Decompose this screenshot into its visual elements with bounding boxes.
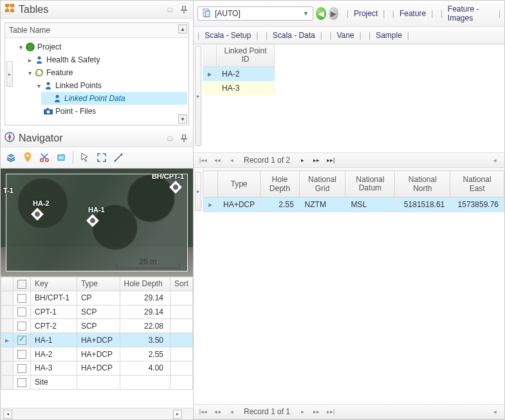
marker-tool[interactable] <box>20 150 35 165</box>
row-checkbox[interactable] <box>17 336 26 345</box>
detail-grid-collapse[interactable]: ▸ <box>195 172 201 211</box>
extent-tool[interactable] <box>94 150 109 165</box>
tree-node-feature[interactable]: ▾ Feature <box>23 66 187 79</box>
tree-node-label: Point - Files <box>55 107 96 116</box>
col-key[interactable]: Key <box>31 277 77 291</box>
tree-collapse-handle[interactable]: ▸ <box>6 61 13 87</box>
detail-row[interactable]: ▸ HA+DCP 2.55 NZTM MSL 5181518.61 157385… <box>203 197 504 212</box>
svg-rect-1 <box>10 4 14 7</box>
tab-vane[interactable]: Vane <box>334 30 356 41</box>
recnav-last[interactable]: ▸▸| <box>325 406 336 417</box>
nav-forward-button[interactable]: ▶ <box>329 7 339 20</box>
navigator-hscroll[interactable]: ◂ ▸ <box>1 408 193 419</box>
document-icon <box>202 8 211 19</box>
map-marker-ha1[interactable]: HA-1 <box>88 206 105 226</box>
tree-node-linked-points[interactable]: ▾ Linked Points <box>32 79 187 92</box>
recnav-hscroll-left[interactable]: ◂ <box>489 155 500 165</box>
nav-row[interactable]: BH/CPT-1CP29.14 <box>1 291 193 305</box>
recnav-nextpage[interactable]: ▸▸ <box>311 155 322 165</box>
polygon-tool[interactable] <box>53 150 69 165</box>
nav-row[interactable]: Site <box>1 375 193 389</box>
tab-scala-data[interactable]: Scala - Data <box>270 30 318 41</box>
nav-row[interactable]: HA-3HA+DCP4.00 <box>1 361 193 375</box>
recnav-nextpage[interactable]: ▸▸ <box>311 406 322 417</box>
navigator-table[interactable]: Key Type Hole Depth Sort BH/CPT-1CP29.14… <box>1 277 193 390</box>
linked-row[interactable]: HA-3 <box>203 81 275 95</box>
hscroll-right[interactable]: ▸ <box>173 410 182 419</box>
tree-node-project[interactable]: ▾ Project <box>14 41 187 53</box>
svg-point-10 <box>47 82 50 86</box>
panel-maximize-button[interactable]: □ <box>165 133 175 143</box>
row-checkbox[interactable] <box>17 364 26 373</box>
recnav-prevpage[interactable]: ◂◂ <box>212 406 223 417</box>
svg-point-11 <box>56 95 59 98</box>
nav-row[interactable]: ▸HA-1HA+DCP3.50 <box>1 333 193 347</box>
panel-pin-button[interactable] <box>179 5 189 15</box>
tables-panel-title: Tables <box>19 4 161 15</box>
tree-node-point-files[interactable]: ▾ Point - Files <box>32 105 187 118</box>
panel-maximize-button[interactable]: □ <box>165 5 175 15</box>
dcol-type[interactable]: Type <box>218 171 261 197</box>
tree-scroll-up[interactable]: ▲ <box>178 24 187 33</box>
tab-feature-images[interactable]: Feature - Images <box>445 3 496 24</box>
recnav-first[interactable]: |◂◂ <box>197 155 209 165</box>
check-all[interactable] <box>17 280 26 289</box>
tab-feature[interactable]: Feature <box>397 8 428 19</box>
map-canvas[interactable]: T-1 HA-2 HA-1 BH/CPT-1 25 m <box>1 169 193 277</box>
dcol-hole-depth[interactable]: Hole Depth <box>261 171 300 197</box>
linked-grid-header[interactable]: Linked Point ID <box>217 44 275 66</box>
tree-node-label: Project <box>37 42 61 51</box>
measure-tool[interactable] <box>111 150 126 165</box>
col-type[interactable]: Type <box>77 277 120 291</box>
dcol-national-datum[interactable]: National Datum <box>345 171 395 197</box>
view-dropdown-label: [AUTO] <box>215 9 299 18</box>
navigator-panel-title: Navigator <box>19 132 161 144</box>
col-sort[interactable]: Sort <box>170 277 192 291</box>
recnav-first[interactable]: |◂◂ <box>197 406 209 417</box>
nav-row[interactable]: HA-2HA+DCP2.55 <box>1 347 193 361</box>
linked-grid-collapse[interactable]: ▸ <box>195 46 201 146</box>
nav-row[interactable]: CPT-1SCP29.14 <box>1 305 193 319</box>
view-dropdown[interactable]: [AUTO] ▼ <box>197 6 313 21</box>
navigator-toolbar <box>1 147 193 169</box>
cut-tool[interactable] <box>37 150 52 165</box>
tab-scala-setup[interactable]: Scala - Setup <box>202 30 253 41</box>
recnav-hscroll-left[interactable]: ◂ <box>489 406 500 417</box>
row-checkbox[interactable] <box>17 294 26 303</box>
nav-row[interactable]: CPT-2SCP22.08 <box>1 319 193 333</box>
nav-back-button[interactable]: ◀ <box>316 7 326 20</box>
linked-grid-empty-area <box>275 44 504 147</box>
tables-icon <box>5 3 15 15</box>
panel-pin-button[interactable] <box>179 133 189 143</box>
recnav-prev[interactable]: ◂ <box>226 406 237 417</box>
row-checkbox[interactable] <box>17 307 26 316</box>
map-marker-bhcpt1[interactable]: BH/CPT-1 <box>152 172 184 193</box>
tree-scroll-down[interactable]: ▼ <box>178 114 187 123</box>
map-marker-ha2[interactable]: HA-2 <box>33 199 50 220</box>
linked-row[interactable]: ▸HA-2 <box>203 67 275 81</box>
recnav-prevpage[interactable]: ◂◂ <box>212 155 223 165</box>
map-marker-t1[interactable]: T-1 <box>3 187 14 194</box>
tables-panel-header: Tables □ <box>1 1 193 19</box>
row-checkbox[interactable] <box>17 322 26 331</box>
svg-point-19 <box>115 160 116 162</box>
layers-tool[interactable] <box>3 150 19 165</box>
recnav-last[interactable]: ▸▸| <box>325 155 336 165</box>
dcol-national-east[interactable]: National East <box>450 171 504 197</box>
right-toolbar-secondary: |Scala - Setup| |Scala - Data| |Vane| |S… <box>194 27 504 44</box>
col-hole-depth[interactable]: Hole Depth <box>120 277 170 291</box>
hscroll-left[interactable]: ◂ <box>3 410 12 419</box>
tab-project[interactable]: Project <box>351 8 380 19</box>
row-checkbox[interactable] <box>17 350 26 359</box>
pointer-tool[interactable] <box>77 150 93 165</box>
recnav-next[interactable]: ▸ <box>297 406 308 417</box>
dcol-national-north[interactable]: National North <box>395 171 450 197</box>
tree-node-health-safety[interactable]: ▸ Health & Safety <box>23 53 187 66</box>
recnav-next[interactable]: ▸ <box>297 155 308 165</box>
dcol-national-grid[interactable]: National Grid <box>299 171 345 197</box>
tree-node-linked-point-data[interactable]: ▾ Linked Point Data <box>41 92 187 105</box>
tab-sample[interactable]: Sample <box>373 30 405 41</box>
detail-table[interactable]: Type Hole Depth National Grid National D… <box>203 170 504 212</box>
row-checkbox[interactable] <box>17 378 26 387</box>
recnav-prev[interactable]: ◂ <box>226 155 237 165</box>
